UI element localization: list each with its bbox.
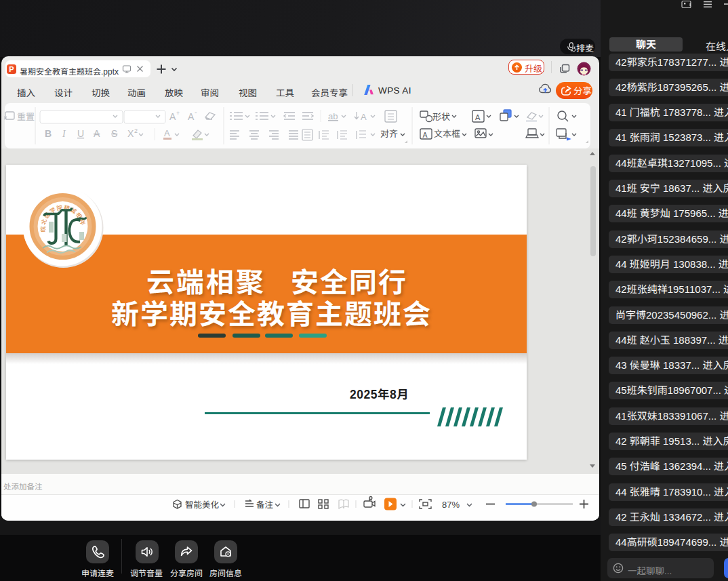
- svg-text:X: X: [127, 128, 134, 139]
- svg-text:A: A: [164, 128, 170, 138]
- svg-text:文本框: 文本框: [434, 129, 460, 139]
- svg-text:87%: 87%: [442, 500, 460, 510]
- svg-text:+: +: [176, 110, 180, 117]
- svg-text:形状: 形状: [432, 112, 450, 122]
- svg-text:A: A: [94, 128, 100, 139]
- svg-text:重置: 重置: [17, 112, 35, 122]
- svg-text:ab: ab: [328, 111, 338, 121]
- svg-text:A: A: [361, 112, 367, 122]
- svg-text:U: U: [77, 128, 84, 139]
- svg-text:2: 2: [134, 127, 138, 134]
- svg-text:A: A: [423, 131, 428, 139]
- svg-text:A: A: [169, 111, 176, 122]
- svg-text:对齐: 对齐: [380, 129, 398, 139]
- svg-text:备注: 备注: [256, 500, 274, 510]
- svg-text:A: A: [475, 113, 481, 121]
- svg-text:I: I: [62, 129, 66, 139]
- svg-text:-: -: [195, 108, 197, 116]
- svg-text:S: S: [111, 128, 117, 139]
- svg-text:B: B: [45, 128, 52, 139]
- svg-text:A: A: [188, 111, 195, 122]
- svg-text:智能美化: 智能美化: [185, 500, 220, 510]
